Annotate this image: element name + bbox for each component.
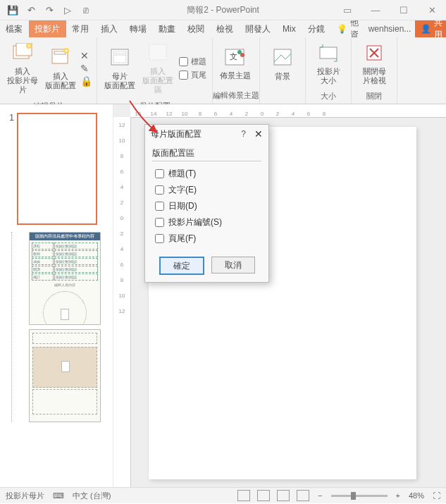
master-thumbnail[interactable]	[17, 113, 97, 225]
zoom-level[interactable]: 48%	[409, 491, 424, 500]
cancel-button[interactable]: 取消	[211, 257, 255, 273]
svg-text:文: 文	[230, 52, 237, 61]
background-label: 背景	[275, 72, 290, 81]
master-layout-label: 母片 版面配置	[104, 72, 135, 90]
undo-icon[interactable]: ↶	[24, 3, 38, 17]
slideshow-view-icon[interactable]	[297, 490, 309, 501]
status-bar: 投影片母片 ⌨ 中文 (台灣) − + 48% ⛶	[0, 487, 446, 503]
tab-storyboard[interactable]: 分鏡	[302, 20, 331, 37]
svg-rect-9	[149, 44, 166, 60]
footer-checkbox-label: 頁尾	[191, 70, 206, 80]
ribbon-tabs: 檔案 投影片 常用 插入 轉場 動畫 校閱 檢視 開發人 Mix 分鏡 💡其他資…	[0, 20, 446, 37]
status-mode: 投影片母片	[6, 491, 44, 501]
svg-point-13	[240, 53, 244, 57]
zoom-in-icon[interactable]: +	[396, 491, 400, 500]
tab-animations[interactable]: 動畫	[153, 20, 182, 37]
touch-icon[interactable]: ⎚	[79, 3, 93, 17]
share-button[interactable]: 👤共用	[415, 20, 446, 37]
close-icon[interactable]: ✕	[418, 0, 446, 20]
close-master-icon	[363, 42, 385, 64]
dialog-help-icon[interactable]: ?	[241, 129, 246, 139]
zoom-out-icon[interactable]: −	[318, 491, 322, 500]
window-title: 簡報2 - PowerPoint	[187, 4, 259, 16]
horizontal-ruler: 16141210864202468	[130, 104, 446, 118]
tell-me[interactable]: 💡其他資訊	[331, 20, 364, 37]
group-themes-label: 編輯佈景主題	[213, 89, 259, 104]
slide-editor: 16141210864202468 12108642024681012 母片版面…	[113, 104, 446, 487]
slide-size-button[interactable]: 投影片 大小	[310, 40, 347, 87]
background-icon	[271, 47, 294, 69]
account-name[interactable]: wenhsien...	[364, 20, 416, 37]
insert-placeholder-label: 插入 版面配置區	[141, 67, 175, 95]
lightbulb-icon: 💡	[337, 24, 347, 34]
redo-icon[interactable]: ↷	[42, 3, 56, 17]
opt-slidenum[interactable]: 投影片編號(S)	[154, 214, 260, 231]
svg-rect-15	[320, 47, 337, 59]
fit-icon[interactable]: ⛶	[433, 491, 440, 500]
title-checkbox-row[interactable]: 標題	[178, 56, 208, 68]
opt-date-checkbox[interactable]	[155, 202, 164, 211]
thumbnail-panel: 1 版圖內容排具處理中考導程內容 課程按|組|會|測|認 教師按|組|會|測|認…	[0, 104, 113, 487]
opt-footer-checkbox[interactable]	[155, 234, 164, 243]
layout-thumbnail-2[interactable]	[29, 329, 101, 422]
close-master-button[interactable]: 關閉母 片檢視	[356, 40, 392, 87]
quick-access-toolbar: 💾 ↶ ↷ ▷ ⎚	[0, 0, 99, 20]
group-close-label: 關閉	[352, 90, 397, 104]
status-language[interactable]: 中文 (台灣)	[73, 491, 111, 501]
themes-button[interactable]: 文 佈景主題	[217, 44, 254, 82]
slide-size-icon	[317, 42, 340, 64]
tab-view[interactable]: 檢視	[211, 20, 240, 37]
opt-title[interactable]: 標題(T)	[154, 166, 260, 182]
tab-home[interactable]: 常用	[66, 20, 95, 37]
group-size-label: 大小	[306, 90, 351, 104]
rename-icon[interactable]: ✎	[80, 63, 92, 74]
zoom-slider[interactable]	[331, 495, 388, 497]
maximize-icon[interactable]: ☐	[390, 0, 418, 20]
ribbon-min-icon[interactable]: ▭	[333, 0, 361, 20]
dialog-title: 母片版面配置	[151, 128, 202, 140]
opt-date-label: 日期(D)	[168, 200, 197, 212]
save-icon[interactable]: 💾	[6, 3, 20, 17]
svg-rect-14	[274, 49, 291, 65]
placeholder-icon	[147, 42, 169, 64]
ok-button[interactable]: 確定	[159, 257, 204, 275]
title-checkbox[interactable]	[179, 57, 188, 66]
opt-date[interactable]: 日期(D)	[154, 198, 260, 214]
start-icon[interactable]: ▷	[61, 3, 75, 17]
tab-developer[interactable]: 開發人	[240, 20, 277, 37]
opt-text-checkbox[interactable]	[155, 185, 164, 195]
footer-checkbox-row[interactable]: 頁尾	[178, 69, 208, 81]
opt-slidenum-checkbox[interactable]	[155, 218, 164, 227]
footer-checkbox[interactable]	[179, 70, 188, 80]
dialog-close-icon[interactable]: ✕	[254, 128, 263, 140]
tab-review[interactable]: 校閱	[182, 20, 211, 37]
insert-slide-master-label: 插入 投影片母片	[6, 67, 39, 95]
reading-view-icon[interactable]	[277, 490, 290, 501]
preserve-icon[interactable]: 🔒	[80, 75, 92, 87]
sorter-view-icon[interactable]	[257, 490, 270, 501]
insert-slide-master-button[interactable]: 插入 投影片母片	[4, 40, 41, 97]
delete-icon[interactable]: ✕	[80, 50, 92, 61]
slide-size-label: 投影片 大小	[317, 67, 340, 85]
tab-insert[interactable]: 插入	[95, 20, 124, 37]
opt-slidenum-label: 投影片編號(S)	[168, 216, 222, 228]
insert-layout-button[interactable]: 插入 版面配置	[42, 45, 79, 92]
master-layout-button[interactable]: 母片 版面配置	[101, 45, 138, 92]
normal-view-icon[interactable]	[237, 490, 250, 501]
title-checkbox-label: 標題	[191, 56, 206, 67]
lang-icon[interactable]: ⌨	[53, 491, 64, 500]
master-layout-dialog: 母片版面配置 ? ✕ 版面配置區 標題(T) 文字(E) 日期(D) 投影片編號…	[144, 124, 269, 283]
tab-mix[interactable]: Mix	[277, 20, 302, 37]
minimize-icon[interactable]: —	[361, 0, 390, 20]
themes-label: 佈景主題	[220, 71, 251, 80]
tab-transitions[interactable]: 轉場	[124, 20, 153, 37]
opt-text[interactable]: 文字(E)	[154, 182, 260, 198]
thumbnail-number: 1	[6, 113, 14, 225]
layout-thumbnail-1[interactable]: 版圖內容排具處理中考導程內容 課程按|組|會|測|認 教師按|組|會|測|認 成…	[29, 232, 101, 325]
opt-footer[interactable]: 頁尾(F)	[154, 231, 260, 247]
opt-title-checkbox[interactable]	[155, 169, 164, 178]
tab-slidemaster[interactable]: 投影片	[29, 20, 66, 37]
master-layout-icon	[109, 47, 131, 69]
background-button[interactable]: 背景	[264, 45, 301, 82]
tab-file[interactable]: 檔案	[0, 20, 29, 37]
